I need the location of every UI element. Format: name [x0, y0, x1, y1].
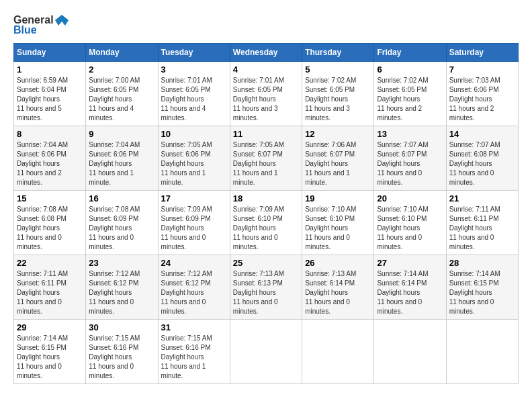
day-number: 24	[161, 258, 227, 268]
day-detail: Sunrise: 7:07 AM Sunset: 6:07 PM Dayligh…	[377, 140, 443, 187]
day-detail: Sunrise: 7:12 AM Sunset: 6:12 PM Dayligh…	[161, 269, 227, 316]
day-detail: Sunrise: 7:00 AM Sunset: 6:05 PM Dayligh…	[89, 76, 154, 123]
day-number: 1	[17, 64, 83, 75]
day-detail: Sunrise: 7:05 AM Sunset: 6:06 PM Dayligh…	[161, 140, 227, 187]
day-cell-1: 1 Sunrise: 6:59 AM Sunset: 6:04 PM Dayli…	[14, 62, 86, 126]
day-number: 30	[89, 322, 154, 332]
day-number: 20	[377, 193, 443, 203]
day-number: 8	[17, 129, 83, 139]
header-sunday: Sunday	[14, 44, 86, 62]
empty-cell	[446, 320, 518, 384]
header-tuesday: Tuesday	[158, 44, 230, 62]
calendar-row-0: 1 Sunrise: 6:59 AM Sunset: 6:04 PM Dayli…	[14, 62, 519, 126]
svg-marker-0	[55, 15, 69, 26]
day-detail: Sunrise: 6:59 AM Sunset: 6:04 PM Dayligh…	[17, 76, 83, 123]
day-cell-29: 29 Sunrise: 7:14 AM Sunset: 6:15 PM Dayl…	[14, 320, 86, 384]
day-cell-12: 12 Sunrise: 7:06 AM Sunset: 6:07 PM Dayl…	[302, 126, 374, 191]
day-cell-14: 14 Sunrise: 7:07 AM Sunset: 6:08 PM Dayl…	[446, 126, 518, 191]
logo-bird-icon	[55, 13, 69, 27]
calendar-body: 1 Sunrise: 6:59 AM Sunset: 6:04 PM Dayli…	[14, 62, 519, 384]
day-cell-31: 31 Sunrise: 7:15 AM Sunset: 6:16 PM Dayl…	[158, 320, 230, 384]
day-detail: Sunrise: 7:14 AM Sunset: 6:15 PM Dayligh…	[449, 269, 515, 316]
day-detail: Sunrise: 7:11 AM Sunset: 6:11 PM Dayligh…	[17, 269, 83, 316]
day-number: 10	[161, 129, 227, 139]
day-cell-5: 5 Sunrise: 7:02 AM Sunset: 6:05 PM Dayli…	[302, 62, 374, 126]
page-header: General Blue	[13, 13, 519, 36]
day-detail: Sunrise: 7:03 AM Sunset: 6:06 PM Dayligh…	[449, 76, 515, 123]
logo-blue: Blue	[13, 24, 37, 36]
day-cell-18: 18 Sunrise: 7:09 AM Sunset: 6:10 PM Dayl…	[230, 191, 302, 255]
day-detail: Sunrise: 7:14 AM Sunset: 6:15 PM Dayligh…	[17, 334, 83, 381]
header-friday: Friday	[374, 44, 446, 62]
header-wednesday: Wednesday	[230, 44, 302, 62]
day-number: 25	[233, 258, 299, 268]
calendar-row-2: 15 Sunrise: 7:08 AM Sunset: 6:08 PM Dayl…	[14, 191, 519, 255]
day-cell-19: 19 Sunrise: 7:10 AM Sunset: 6:10 PM Dayl…	[302, 191, 374, 255]
empty-cell	[230, 320, 302, 384]
day-detail: Sunrise: 7:14 AM Sunset: 6:14 PM Dayligh…	[377, 269, 443, 316]
day-detail: Sunrise: 7:15 AM Sunset: 6:16 PM Dayligh…	[161, 334, 227, 381]
day-cell-21: 21 Sunrise: 7:11 AM Sunset: 6:11 PM Dayl…	[446, 191, 518, 255]
day-detail: Sunrise: 7:02 AM Sunset: 6:05 PM Dayligh…	[305, 76, 371, 123]
day-detail: Sunrise: 7:10 AM Sunset: 6:10 PM Dayligh…	[377, 205, 443, 252]
day-number: 6	[377, 64, 443, 75]
day-detail: Sunrise: 7:01 AM Sunset: 6:05 PM Dayligh…	[161, 76, 227, 123]
day-number: 26	[305, 258, 371, 268]
day-detail: Sunrise: 7:09 AM Sunset: 6:10 PM Dayligh…	[233, 205, 299, 252]
day-number: 3	[161, 64, 227, 75]
day-detail: Sunrise: 7:11 AM Sunset: 6:11 PM Dayligh…	[449, 205, 515, 252]
day-detail: Sunrise: 7:10 AM Sunset: 6:10 PM Dayligh…	[305, 205, 371, 252]
calendar-header: SundayMondayTuesdayWednesdayThursdayFrid…	[14, 44, 519, 62]
day-cell-4: 4 Sunrise: 7:01 AM Sunset: 6:05 PM Dayli…	[230, 62, 302, 126]
header-monday: Monday	[86, 44, 158, 62]
day-cell-7: 7 Sunrise: 7:03 AM Sunset: 6:06 PM Dayli…	[446, 62, 518, 126]
calendar-row-4: 29 Sunrise: 7:14 AM Sunset: 6:15 PM Dayl…	[14, 320, 519, 384]
header-saturday: Saturday	[446, 44, 518, 62]
day-detail: Sunrise: 7:04 AM Sunset: 6:06 PM Dayligh…	[17, 140, 83, 187]
day-detail: Sunrise: 7:09 AM Sunset: 6:09 PM Dayligh…	[161, 205, 227, 252]
day-detail: Sunrise: 7:05 AM Sunset: 6:07 PM Dayligh…	[233, 140, 299, 187]
day-number: 21	[449, 193, 515, 203]
day-number: 4	[233, 64, 299, 75]
day-cell-30: 30 Sunrise: 7:15 AM Sunset: 6:16 PM Dayl…	[86, 320, 158, 384]
day-number: 13	[377, 129, 443, 139]
day-cell-22: 22 Sunrise: 7:11 AM Sunset: 6:11 PM Dayl…	[14, 255, 86, 320]
day-number: 7	[449, 64, 515, 75]
day-number: 11	[233, 129, 299, 139]
day-cell-23: 23 Sunrise: 7:12 AM Sunset: 6:12 PM Dayl…	[86, 255, 158, 320]
day-cell-10: 10 Sunrise: 7:05 AM Sunset: 6:06 PM Dayl…	[158, 126, 230, 191]
empty-cell	[374, 320, 446, 384]
empty-cell	[302, 320, 374, 384]
day-number: 5	[305, 64, 371, 75]
day-cell-2: 2 Sunrise: 7:00 AM Sunset: 6:05 PM Dayli…	[86, 62, 158, 126]
day-number: 16	[89, 193, 154, 203]
calendar-row-1: 8 Sunrise: 7:04 AM Sunset: 6:06 PM Dayli…	[14, 126, 519, 191]
day-number: 15	[17, 193, 83, 203]
day-cell-6: 6 Sunrise: 7:02 AM Sunset: 6:05 PM Dayli…	[374, 62, 446, 126]
day-number: 22	[17, 258, 83, 268]
day-cell-3: 3 Sunrise: 7:01 AM Sunset: 6:05 PM Dayli…	[158, 62, 230, 126]
day-detail: Sunrise: 7:08 AM Sunset: 6:08 PM Dayligh…	[17, 205, 83, 252]
day-detail: Sunrise: 7:01 AM Sunset: 6:05 PM Dayligh…	[233, 76, 299, 123]
day-detail: Sunrise: 7:13 AM Sunset: 6:14 PM Dayligh…	[305, 269, 371, 316]
day-number: 12	[305, 129, 371, 139]
day-cell-8: 8 Sunrise: 7:04 AM Sunset: 6:06 PM Dayli…	[14, 126, 86, 191]
day-detail: Sunrise: 7:04 AM Sunset: 6:06 PM Dayligh…	[89, 140, 154, 187]
day-number: 31	[161, 322, 227, 332]
calendar-row-3: 22 Sunrise: 7:11 AM Sunset: 6:11 PM Dayl…	[14, 255, 519, 320]
day-cell-20: 20 Sunrise: 7:10 AM Sunset: 6:10 PM Dayl…	[374, 191, 446, 255]
day-detail: Sunrise: 7:06 AM Sunset: 6:07 PM Dayligh…	[305, 140, 371, 187]
day-detail: Sunrise: 7:02 AM Sunset: 6:05 PM Dayligh…	[377, 76, 443, 123]
day-cell-27: 27 Sunrise: 7:14 AM Sunset: 6:14 PM Dayl…	[374, 255, 446, 320]
day-detail: Sunrise: 7:13 AM Sunset: 6:13 PM Dayligh…	[233, 269, 299, 316]
day-cell-11: 11 Sunrise: 7:05 AM Sunset: 6:07 PM Dayl…	[230, 126, 302, 191]
day-cell-24: 24 Sunrise: 7:12 AM Sunset: 6:12 PM Dayl…	[158, 255, 230, 320]
day-cell-28: 28 Sunrise: 7:14 AM Sunset: 6:15 PM Dayl…	[446, 255, 518, 320]
day-detail: Sunrise: 7:12 AM Sunset: 6:12 PM Dayligh…	[89, 269, 154, 316]
header-thursday: Thursday	[302, 44, 374, 62]
day-number: 17	[161, 193, 227, 203]
day-number: 18	[233, 193, 299, 203]
day-number: 2	[89, 64, 154, 75]
logo: General Blue	[13, 13, 69, 36]
day-cell-9: 9 Sunrise: 7:04 AM Sunset: 6:06 PM Dayli…	[86, 126, 158, 191]
